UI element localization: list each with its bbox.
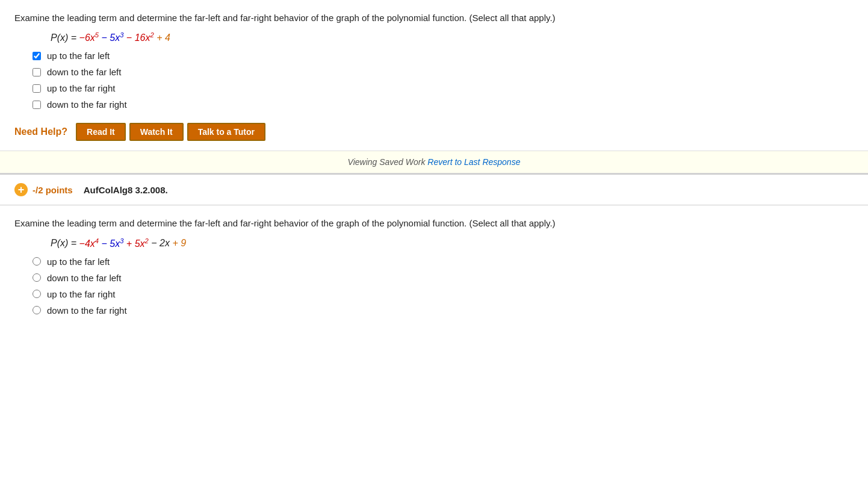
radio-q2-4[interactable] <box>33 306 41 314</box>
talk-to-tutor-button[interactable]: Talk to a Tutor <box>187 123 265 141</box>
need-help-bar: Need Help? Read It Watch It Talk to a Tu… <box>14 123 854 151</box>
choice-label-q2-4[interactable]: down to the far right <box>47 305 127 316</box>
choice-q2-4: down to the far right <box>33 305 854 316</box>
question-2: Examine the leading term and determine t… <box>0 205 868 315</box>
choice-q1-4: down to the far right <box>33 99 854 110</box>
formula-q1: P(x) = −6x5 − 5x3 − 16x2 + 4 <box>51 31 854 43</box>
choice-q2-1: up to the far left <box>33 257 854 267</box>
choice-label-q2-2[interactable]: down to the far left <box>47 273 121 283</box>
watch-it-button[interactable]: Watch It <box>129 123 184 141</box>
choice-q1-2: down to the far left <box>33 67 854 77</box>
choice-q2-2: down to the far left <box>33 273 854 283</box>
checkbox-q1-2[interactable] <box>33 68 41 76</box>
choice-q1-1: up to the far left <box>33 51 854 61</box>
choices-q2: up to the far left down to the far left … <box>33 257 854 316</box>
choices-q1: up to the far left down to the far left … <box>33 51 854 110</box>
radio-q2-2[interactable] <box>33 273 41 282</box>
question-2-text: Examine the leading term and determine t… <box>14 216 854 231</box>
choice-label-q1-1[interactable]: up to the far left <box>47 51 110 61</box>
radio-q2-3[interactable] <box>33 290 41 298</box>
choice-label-q2-1[interactable]: up to the far left <box>47 257 110 267</box>
checkbox-q1-4[interactable] <box>33 101 41 109</box>
viewing-saved-work-text: Viewing Saved Work <box>348 157 426 167</box>
checkbox-q1-3[interactable] <box>33 84 41 93</box>
revert-link[interactable]: Revert to Last Response <box>427 157 520 167</box>
checkbox-q1-1[interactable] <box>33 52 41 60</box>
points-text-q2: -/2 points <box>33 185 73 195</box>
choice-q2-3: up to the far right <box>33 289 854 299</box>
choice-q1-3: up to the far right <box>33 83 854 93</box>
choice-label-q1-2[interactable]: down to the far left <box>47 67 121 77</box>
add-icon[interactable]: + <box>14 183 28 196</box>
problem-header-q2: + -/2 points AufColAlg8 3.2.008. <box>0 175 868 205</box>
radio-q2-1[interactable] <box>33 257 41 266</box>
formula-q2: P(x) = −4x4 − 5x3 + 5x2 − 2x + 9 <box>51 237 854 249</box>
read-it-button[interactable]: Read It <box>76 123 126 141</box>
problem-id-q2: AufColAlg8 3.2.008. <box>84 185 168 195</box>
choice-label-q2-3[interactable]: up to the far right <box>47 289 115 299</box>
choice-label-q1-3[interactable]: up to the far right <box>47 83 115 93</box>
saved-work-bar: Viewing Saved Work Revert to Last Respon… <box>0 151 868 173</box>
question-1: Examine the leading term and determine t… <box>14 11 854 110</box>
need-help-label: Need Help? <box>14 126 67 137</box>
choice-label-q1-4[interactable]: down to the far right <box>47 99 127 110</box>
question-1-text: Examine the leading term and determine t… <box>14 11 854 25</box>
